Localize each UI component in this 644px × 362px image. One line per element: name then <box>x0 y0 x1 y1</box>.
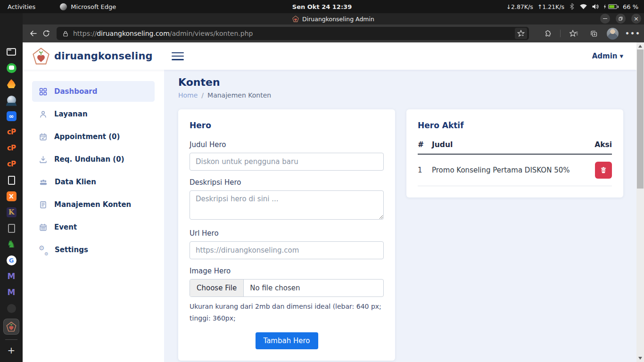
image-hero-file-input[interactable]: Choose File No file chosen <box>190 279 384 297</box>
github-icon <box>7 304 16 313</box>
battery-indicator[interactable] <box>603 4 619 9</box>
dock-add-button[interactable]: + <box>4 345 18 356</box>
browser-menu-button[interactable]: ••• <box>625 30 641 37</box>
dock-item-sphere-app[interactable] <box>4 94 18 106</box>
window-title: Diruangkonseling Admin <box>302 16 374 23</box>
dock-item-mail-1[interactable]: M <box>4 271 18 282</box>
restore-button[interactable] <box>616 14 626 24</box>
dock-item-cpanel-2[interactable]: cP <box>4 142 18 154</box>
admin-dropdown[interactable]: Admin ▾ <box>592 52 636 60</box>
profile-avatar[interactable] <box>607 28 619 40</box>
choose-file-button[interactable]: Choose File <box>190 280 244 296</box>
dock-item-github[interactable] <box>4 303 18 314</box>
k-letter-icon: K <box>7 207 17 217</box>
bluetooth-icon[interactable] <box>569 3 575 10</box>
network-download-speed: ↓2.87K/s <box>506 3 533 10</box>
lock-icon <box>62 30 69 37</box>
sidebar-item-event[interactable]: Event <box>32 217 155 238</box>
gears-icon: ⚙⚙ <box>39 246 48 254</box>
dock-item-document[interactable] <box>4 174 18 186</box>
dock-item-mail-2[interactable]: M <box>4 287 18 298</box>
puzzle-icon <box>543 30 551 38</box>
close-button[interactable]: × <box>631 14 641 24</box>
volume-icon[interactable] <box>592 3 599 10</box>
url-path: /admin/views/konten.php <box>170 30 253 37</box>
extensions-button[interactable] <box>540 27 553 40</box>
document-icon <box>8 176 15 185</box>
tambah-hero-button[interactable]: Tambah Hero <box>256 332 318 349</box>
dock-item-diruangkonseling-active[interactable] <box>3 319 19 335</box>
mail-m-icon: M <box>8 288 16 297</box>
sidebar-item-manajemen-konten[interactable]: Manajemen Konten <box>32 194 155 215</box>
hero-aktif-card-title: Hero Aktif <box>418 121 612 130</box>
cpanel-icon: cP <box>7 128 16 136</box>
sidebar-item-settings[interactable]: ⚙⚙ Settings <box>32 239 155 260</box>
column-header-judul: Judul <box>432 138 585 154</box>
network-upload-speed: ↑1.21K/s <box>537 3 564 10</box>
scrollbar-thumb[interactable] <box>637 49 644 189</box>
judul-hero-input[interactable] <box>190 153 384 171</box>
person-icon <box>39 110 47 118</box>
download-icon <box>39 156 47 164</box>
dock-item-flame-app[interactable] <box>4 78 18 90</box>
collections-button[interactable] <box>587 27 600 40</box>
browser-scrollbar[interactable] <box>636 42 644 362</box>
dock-item-horse-app[interactable]: ♞ <box>4 239 18 250</box>
main-content: Konten Home / Manajemen Konten Hero Judu… <box>164 70 636 362</box>
dock-item-cpanel-3[interactable]: cP <box>4 158 18 170</box>
google-icon: G <box>7 255 17 265</box>
url-hero-input[interactable] <box>190 241 384 259</box>
sidebar-item-req-unduhan[interactable]: Req. Unduhan (0) <box>32 149 155 170</box>
brand[interactable]: diruangkonseling <box>23 47 153 65</box>
favorites-button[interactable] <box>567 27 580 40</box>
scroll-up-arrow[interactable] <box>638 45 642 48</box>
sidebar-item-appointment[interactable]: Appointment (0) <box>32 126 155 147</box>
url-hero-label: Url Hero <box>190 229 384 238</box>
refresh-button[interactable] <box>40 27 53 40</box>
dock-item-cpanel-1[interactable]: cP <box>4 126 18 138</box>
cpanel-icon: cP <box>7 160 16 168</box>
hero-aktif-table: # Judul Aksi 1 Promo Konseling Pertama D… <box>418 138 612 186</box>
dock-item-files[interactable] <box>4 46 18 58</box>
wifi-icon[interactable] <box>579 3 587 10</box>
dock-item-google[interactable]: G <box>4 255 18 266</box>
breadcrumb-current: Manajemen Konten <box>207 91 271 99</box>
hero-form-card: Hero Judul Hero Deskripsi Hero Url Hero … <box>178 109 395 361</box>
infinity-icon: ∞ <box>7 111 17 121</box>
sidebar-item-dashboard[interactable]: Dashboard <box>32 81 155 102</box>
deskripsi-hero-textarea[interactable] <box>190 190 384 220</box>
calendar-icon <box>39 223 47 231</box>
back-button[interactable] <box>26 27 40 40</box>
grid-icon <box>39 88 47 96</box>
minimize-button[interactable] <box>600 14 610 24</box>
dock-item-document-2[interactable] <box>4 222 18 234</box>
sidebar-item-label: Settings <box>55 246 88 254</box>
add-favorite-button[interactable] <box>515 28 527 39</box>
dock-item-loop-app[interactable]: ∞ <box>4 110 18 122</box>
scroll-down-arrow[interactable] <box>638 357 642 360</box>
charging-bolt-icon <box>603 4 606 9</box>
breadcrumb-home-link[interactable]: Home <box>178 91 198 99</box>
sidebar-toggle-button[interactable] <box>172 52 184 60</box>
ubuntu-dock: ∞ cP cP cP X K ♞ G M M + <box>0 13 23 362</box>
diruangkonseling-logo-icon <box>6 321 17 332</box>
cpanel-icon: cP <box>7 144 16 152</box>
image-size-helper-text: Ukuran kurang dari 2mb dan dimensi ideal… <box>190 301 384 324</box>
dock-divider <box>5 339 17 340</box>
flame-icon <box>7 79 16 89</box>
site-favicon <box>292 16 299 22</box>
address-bar[interactable]: https://diruangkonseling.com/admin/views… <box>57 27 529 40</box>
dock-item-xampp[interactable]: X <box>4 190 18 202</box>
browser-toolbar: https://diruangkonseling.com/admin/views… <box>23 25 644 42</box>
delete-hero-button[interactable] <box>595 162 612 179</box>
dock-item-kate[interactable]: K <box>4 206 18 218</box>
sidebar-item-layanan[interactable]: Layanan <box>32 104 155 124</box>
table-header-row: # Judul Aksi <box>418 138 612 154</box>
image-hero-label: Image Hero <box>190 267 384 275</box>
url-text: https://diruangkonseling.com/admin/views… <box>73 30 253 37</box>
sidebar-item-label: Appointment (0) <box>54 132 120 141</box>
green-horse-icon: ♞ <box>7 239 16 249</box>
dock-item-whatsapp[interactable] <box>4 62 18 74</box>
star-plus-icon <box>517 30 525 37</box>
sidebar-item-data-klien[interactable]: Data Klien <box>32 172 155 192</box>
